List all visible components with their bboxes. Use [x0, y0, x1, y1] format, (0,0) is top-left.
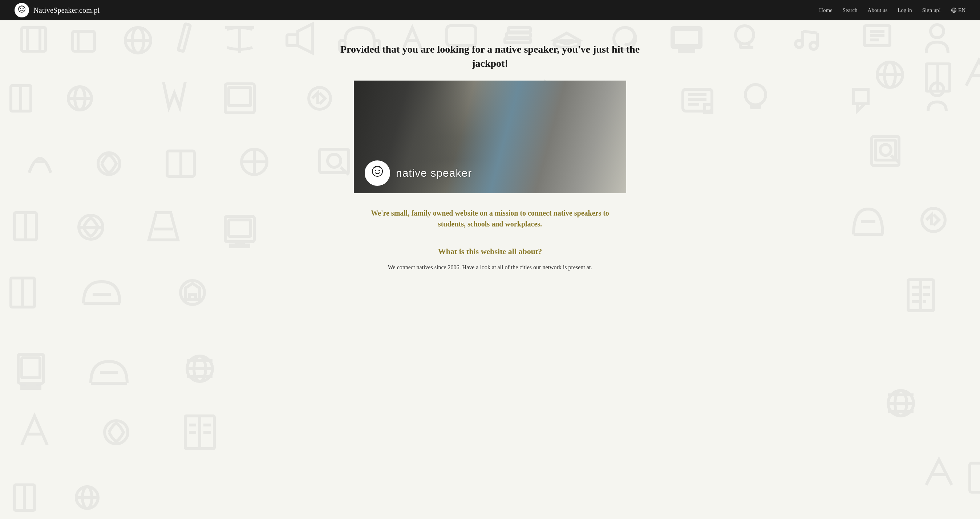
- about-text: We connect natives since 2006. Have a lo…: [388, 263, 592, 272]
- nav-home[interactable]: Home: [819, 7, 832, 13]
- nav-about[interactable]: About us: [868, 7, 888, 13]
- language-label: EN: [958, 7, 966, 13]
- overlay-brand-text: native speaker: [396, 167, 472, 179]
- main-nav: NativeSpeaker.com.pl Home Search About u…: [0, 0, 980, 20]
- svg-point-1: [20, 8, 21, 9]
- mission-tagline: We're small, family owned website on a m…: [359, 208, 621, 229]
- nav-login[interactable]: Log in: [897, 7, 912, 13]
- video-overlay-logo: native speaker: [365, 160, 472, 186]
- svg-point-140: [375, 170, 376, 171]
- nav-search[interactable]: Search: [843, 7, 858, 13]
- language-selector[interactable]: EN: [951, 7, 966, 13]
- nav-signup[interactable]: Sign up!: [922, 7, 941, 13]
- hero-headline: Provided that you are looking for a nati…: [326, 42, 654, 70]
- about-heading: What is this website all about?: [438, 247, 542, 256]
- nav-links: Home Search About us Log in Sign up! EN: [819, 7, 966, 13]
- brand-name: NativeSpeaker.com.pl: [33, 6, 100, 14]
- brand-link[interactable]: NativeSpeaker.com.pl: [14, 3, 100, 17]
- brand-logo: [14, 3, 29, 17]
- overlay-logo-circle: [365, 160, 390, 186]
- svg-point-141: [379, 170, 380, 171]
- page-content: Provided that you are looking for a nati…: [0, 20, 980, 294]
- svg-point-2: [22, 8, 23, 9]
- hero-video[interactable]: native speaker: [354, 81, 626, 193]
